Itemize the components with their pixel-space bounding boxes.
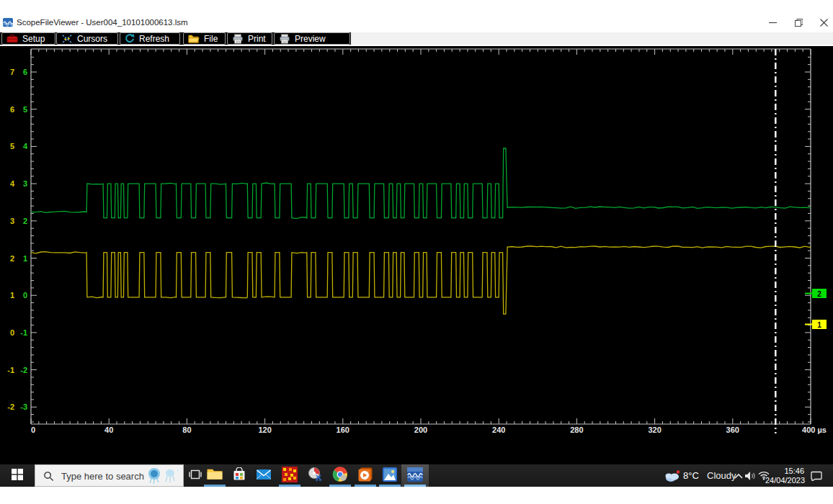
- taskbar-app-mail[interactable]: [251, 464, 276, 487]
- toolbar-button-label: Preview: [295, 34, 326, 44]
- x-axis-label: 160: [337, 426, 349, 434]
- y-axis-ch2-label: 3: [23, 179, 27, 188]
- app-icon: [3, 17, 13, 27]
- ch2-trace: [31, 148, 811, 219]
- search-highlights-art[interactable]: [144, 467, 182, 488]
- task-view-icon: [189, 469, 202, 483]
- toolbar-button-cursors[interactable]: Cursors: [56, 32, 118, 45]
- x-axis-label: 200: [414, 426, 427, 434]
- playback-control-bar: 00:00:050 x2: [0, 437, 833, 464]
- scope-icon: [406, 466, 424, 486]
- running-indicator: [329, 485, 351, 487]
- taskbar-clock[interactable]: 15:46 24/04/2023: [765, 467, 804, 485]
- y-axis-ch1-label: 2: [10, 254, 14, 263]
- minimize-button[interactable]: [762, 13, 783, 32]
- running-indicator: [279, 485, 300, 487]
- toolbar-button-refresh[interactable]: Refresh: [120, 32, 180, 45]
- clock-time: 15:46: [765, 467, 804, 476]
- running-indicator: [204, 485, 226, 487]
- y-axis-ch2-label: -3: [20, 402, 27, 411]
- y-axis-ch1-label: 1: [10, 291, 14, 300]
- search-input[interactable]: [60, 469, 146, 484]
- folder-icon: [206, 467, 223, 484]
- x-axis-label: 360: [726, 426, 739, 434]
- y-axis-ch1-label: 4: [10, 179, 15, 188]
- taskbar-search-box[interactable]: [35, 464, 184, 487]
- setup-icon: [6, 34, 18, 43]
- y-axis-ch2-label: -2: [20, 366, 27, 374]
- y-axis-ch1-label: 7: [10, 68, 14, 76]
- y-axis-ch2-label: 4: [23, 142, 28, 150]
- y-axis-ch1-label: 0: [10, 328, 14, 337]
- x-axis-end-label: 400 µs: [802, 426, 827, 434]
- speaker-icon[interactable]: [744, 464, 757, 487]
- y-axis-ch2-label: 6: [23, 68, 27, 76]
- x-axis-label: 0: [31, 426, 35, 434]
- x-axis-label: 280: [570, 426, 583, 434]
- running-indicator: [379, 485, 401, 487]
- toolbar-button-preview[interactable]: Preview: [274, 32, 350, 45]
- weather-cloud-icon[interactable]: [663, 464, 682, 487]
- toolbar-button-label: File: [204, 34, 218, 44]
- toolbar-button-label: Print: [248, 34, 266, 44]
- disc-icon: [307, 467, 323, 485]
- taskbar-app-store[interactable]: [227, 464, 251, 487]
- media-icon: [357, 467, 373, 485]
- channel-1-marker-label: 1: [817, 321, 821, 329]
- taskbar-app-pixel-app[interactable]: [277, 464, 302, 487]
- maximize-button[interactable]: [788, 13, 809, 32]
- x-axis-label: 240: [492, 426, 505, 434]
- y-axis-ch1-label: 6: [10, 105, 14, 114]
- toolbar: SetupCursorsRefreshFilePrintPreview: [0, 32, 833, 45]
- toolbar-button-label: Cursors: [77, 34, 107, 44]
- x-axis-label: 40: [104, 426, 113, 434]
- taskbar-app-scope-file-viewer[interactable]: [401, 464, 429, 487]
- mail-icon: [256, 468, 272, 484]
- x-axis-label: 80: [182, 426, 191, 434]
- preview-icon: [279, 34, 290, 44]
- channel-2-marker-label: 2: [817, 290, 821, 298]
- y-axis-ch2-label: 5: [23, 105, 27, 114]
- x-axis-label: 320: [648, 426, 661, 434]
- chrome-icon: [332, 467, 348, 485]
- y-axis-ch1-label: 3: [10, 217, 14, 225]
- taskbar: 8°C Cloudy 15:46 24/04/2023: [0, 464, 833, 487]
- print-icon: [232, 34, 244, 44]
- store-icon: [232, 467, 246, 485]
- toolbar-button-print[interactable]: Print: [227, 32, 272, 45]
- title-bar: ScopeFileViewer - User004_10101000613.ls…: [0, 13, 833, 32]
- window-title: ScopeFileViewer - User004_10101000613.ls…: [17, 18, 188, 27]
- y-axis-ch2-label: 1: [23, 254, 27, 263]
- photos-icon: [382, 467, 398, 485]
- y-axis-ch1-label: 5: [10, 142, 14, 150]
- y-axis-ch2-label: 0: [23, 291, 27, 300]
- close-button[interactable]: [814, 13, 833, 32]
- windows-logo-icon: [12, 469, 23, 483]
- y-axis-ch1-label: -2: [7, 402, 14, 411]
- taskbar-app-media-player[interactable]: [353, 464, 378, 487]
- y-axis-ch2-label: -1: [20, 328, 27, 337]
- file-icon: [188, 34, 200, 43]
- cursors-icon: [61, 34, 73, 44]
- y-axis-ch1-label: -1: [7, 366, 14, 374]
- toolbar-button-file[interactable]: File: [183, 32, 226, 45]
- clock-date: 24/04/2023: [765, 476, 804, 485]
- taskbar-app-disc-app[interactable]: [303, 464, 327, 487]
- mosaic-icon: [282, 467, 298, 485]
- x-axis-label: 120: [258, 426, 271, 434]
- refresh-icon: [125, 33, 135, 44]
- scope-display: 76543210-1-26543210-1-2-3040801201602002…: [0, 46, 833, 437]
- y-axis-ch2-label: 2: [23, 217, 27, 225]
- weather-temperature[interactable]: 8°C: [683, 470, 699, 481]
- ch1-trace: [31, 246, 811, 314]
- notification-center-icon[interactable]: [808, 464, 824, 487]
- taskbar-app-photos[interactable]: [378, 464, 402, 487]
- taskbar-app-chrome[interactable]: [328, 464, 352, 487]
- toolbar-button-label: Refresh: [139, 34, 169, 44]
- search-icon: [43, 471, 54, 485]
- toolbar-button-setup[interactable]: Setup: [1, 32, 55, 45]
- scope-plot: 76543210-1-26543210-1-2-3040801201602002…: [0, 46, 833, 437]
- taskbar-app-file-explorer[interactable]: [202, 464, 227, 487]
- toolbar-button-label: Setup: [22, 34, 45, 44]
- start-button[interactable]: [0, 464, 35, 487]
